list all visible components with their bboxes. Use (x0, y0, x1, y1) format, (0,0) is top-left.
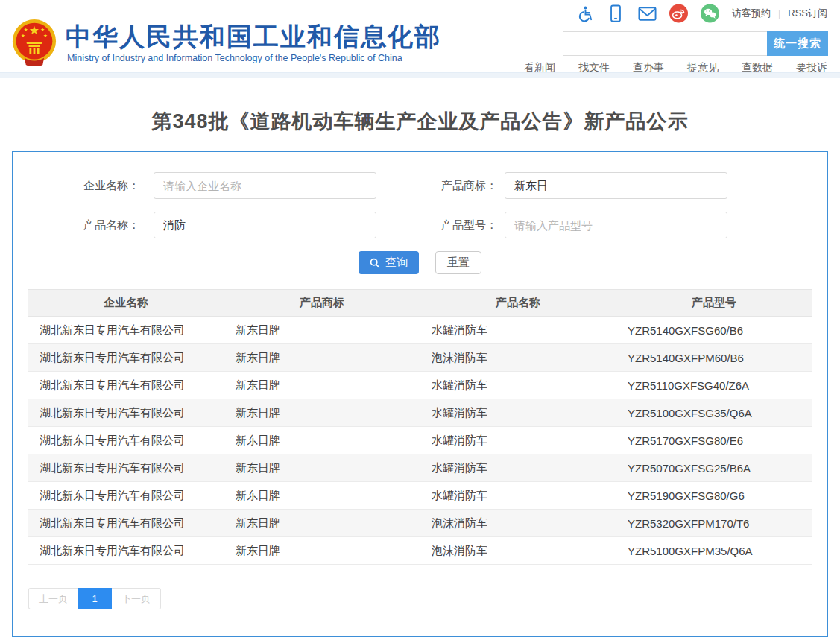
cell-product: 水罐消防车 (420, 317, 616, 344)
search-form: 企业名称： 产品商标： 产品名称： 产品型号： 查询 重置 (13, 152, 827, 274)
cell-model: YZR5320GXFPM170/T6 (616, 510, 812, 537)
table-row: 湖北新东日专用汽车有限公司 新东日牌 水罐消防车 YZR5110GXFSG40/… (28, 372, 812, 399)
cell-product: 水罐消防车 (420, 427, 616, 454)
product-model-label: 产品型号： (400, 212, 497, 238)
results-table: 企业名称 产品商标 产品名称 产品型号 湖北新东日专用汽车有限公司 新东日牌 水… (28, 289, 812, 565)
form-row-1: 企业名称： 产品商标： (13, 172, 827, 199)
cell-product: 泡沫消防车 (420, 510, 616, 537)
cell-product: 水罐消防车 (420, 399, 616, 427)
unified-search-button[interactable]: 统一搜索 (767, 31, 828, 56)
cell-product: 水罐消防车 (420, 454, 616, 482)
cell-model: YZR5140GXFPM60/B6 (616, 344, 812, 372)
svg-text:★: ★ (21, 33, 25, 38)
pagination-prev-button[interactable]: 上一页 (28, 588, 78, 609)
col-header-product: 产品名称 (420, 290, 616, 317)
table-row: 湖北新东日专用汽车有限公司 新东日牌 水罐消防车 YZR5190GXFSG80/… (28, 482, 812, 510)
site-subtitle: Ministry of Industry and Information Tec… (67, 53, 402, 63)
cell-model: YZR5190GXFSG80/G6 (616, 482, 812, 510)
product-brand-input[interactable] (505, 172, 727, 199)
query-button-label: 查询 (385, 256, 408, 270)
rss-subscribe-link[interactable]: RSS订阅 (788, 7, 827, 20)
cell-brand: 新东日牌 (224, 427, 420, 454)
mobile-icon[interactable] (607, 4, 625, 23)
table-row: 湖北新东日专用汽车有限公司 新东日牌 泡沫消防车 YZR5140GXFPM60/… (28, 344, 812, 372)
cell-brand: 新东日牌 (224, 454, 420, 482)
enterprise-name-input[interactable] (154, 172, 376, 199)
svg-text:★: ★ (29, 24, 40, 37)
wechat-icon[interactable] (701, 4, 719, 23)
table-row: 湖北新东日专用汽车有限公司 新东日牌 泡沫消防车 YZR5100GXFPM35/… (28, 537, 812, 565)
cell-brand: 新东日牌 (224, 399, 420, 427)
topbar-links: 访客预约 | RSS订阅 (732, 7, 827, 20)
product-name-label: 产品名称： (20, 212, 139, 238)
cell-brand: 新东日牌 (224, 510, 420, 537)
topbar-utility: 访客预约 | RSS订阅 (575, 4, 827, 23)
site-header: ★ ★ ★ ★ ★ 中华人民共和国工业和信息化部 Ministry of Ind… (0, 0, 840, 78)
svg-text:★: ★ (40, 27, 45, 32)
table-header-row: 企业名称 产品商标 产品名称 产品型号 (28, 290, 812, 317)
svg-text:★: ★ (24, 27, 28, 32)
cell-product: 泡沫消防车 (420, 537, 616, 565)
col-header-model: 产品型号 (616, 290, 812, 317)
table-row: 湖北新东日专用汽车有限公司 新东日牌 水罐消防车 YZR5170GXFSG80/… (28, 427, 812, 454)
col-header-enterprise: 企业名称 (28, 290, 224, 317)
cell-enterprise: 湖北新东日专用汽车有限公司 (28, 372, 224, 399)
table-row: 湖北新东日专用汽车有限公司 新东日牌 水罐消防车 YZR5140GXFSG60/… (28, 317, 812, 344)
link-divider: | (778, 8, 780, 19)
cell-brand: 新东日牌 (224, 482, 420, 510)
form-actions: 查询 重置 (13, 251, 827, 274)
cell-model: YZR5070GXFSG25/B6A (616, 454, 812, 482)
cell-brand: 新东日牌 (224, 344, 420, 372)
reset-button[interactable]: 重置 (435, 251, 481, 274)
cell-enterprise: 湖北新东日专用汽车有限公司 (28, 454, 224, 482)
pagination: 上一页 1 下一页 (28, 588, 827, 609)
cell-brand: 新东日牌 (224, 537, 420, 565)
query-button[interactable]: 查询 (359, 251, 419, 274)
cell-model: YZR5140GXFSG60/B6 (616, 317, 812, 344)
visitor-appointment-link[interactable]: 访客预约 (732, 7, 771, 20)
national-emblem-logo: ★ ★ ★ ★ ★ (12, 19, 57, 66)
col-header-brand: 产品商标 (224, 290, 420, 317)
cell-enterprise: 湖北新东日专用汽车有限公司 (28, 427, 224, 454)
accessibility-icon[interactable] (575, 4, 594, 23)
pagination-next-button[interactable]: 下一页 (112, 588, 161, 609)
cell-product: 水罐消防车 (420, 482, 616, 510)
cell-model: YZR5100GXFPM35/Q6A (616, 537, 812, 565)
form-row-2: 产品名称： 产品型号： (13, 212, 827, 238)
enterprise-name-label: 企业名称： (20, 172, 139, 199)
cell-model: YZR5170GXFSG80/E6 (616, 427, 812, 454)
site-title: 中华人民共和国工业和信息化部 (66, 20, 441, 54)
cell-enterprise: 湖北新东日专用汽车有限公司 (28, 537, 224, 565)
product-brand-label: 产品商标： (400, 172, 497, 199)
unified-search-input[interactable] (563, 31, 767, 56)
header-divider-strip (0, 72, 840, 78)
page-title: 第348批《道路机动车辆生产企业及产品公告》新产品公示 (0, 108, 840, 135)
cell-brand: 新东日牌 (224, 317, 420, 344)
table-row: 湖北新东日专用汽车有限公司 新东日牌 泡沫消防车 YZR5320GXFPM170… (28, 510, 812, 537)
unified-search: 统一搜索 (563, 31, 828, 56)
cell-enterprise: 湖北新东日专用汽车有限公司 (28, 317, 224, 344)
cell-enterprise: 湖北新东日专用汽车有限公司 (28, 510, 224, 537)
cell-enterprise: 湖北新东日专用汽车有限公司 (28, 399, 224, 427)
cell-enterprise: 湖北新东日专用汽车有限公司 (28, 344, 224, 372)
search-icon (370, 258, 380, 268)
weibo-icon[interactable] (669, 4, 688, 23)
product-name-input[interactable] (154, 212, 376, 238)
table-row: 湖北新东日专用汽车有限公司 新东日牌 水罐消防车 YZR5100GXFSG35/… (28, 399, 812, 427)
cell-model: YZR5100GXFSG35/Q6A (616, 399, 812, 427)
cell-enterprise: 湖北新东日专用汽车有限公司 (28, 482, 224, 510)
svg-text:★: ★ (43, 33, 48, 38)
cell-model: YZR5110GXFSG40/Z6A (616, 372, 812, 399)
cell-brand: 新东日牌 (224, 372, 420, 399)
pagination-current-page[interactable]: 1 (78, 588, 112, 609)
cell-product: 水罐消防车 (420, 372, 616, 399)
table-row: 湖北新东日专用汽车有限公司 新东日牌 水罐消防车 YZR5070GXFSG25/… (28, 454, 812, 482)
mail-icon[interactable] (638, 4, 657, 23)
cell-product: 泡沫消防车 (420, 344, 616, 372)
content-panel: 企业名称： 产品商标： 产品名称： 产品型号： 查询 重置 企业名称 (12, 151, 828, 637)
product-model-input[interactable] (505, 212, 727, 238)
